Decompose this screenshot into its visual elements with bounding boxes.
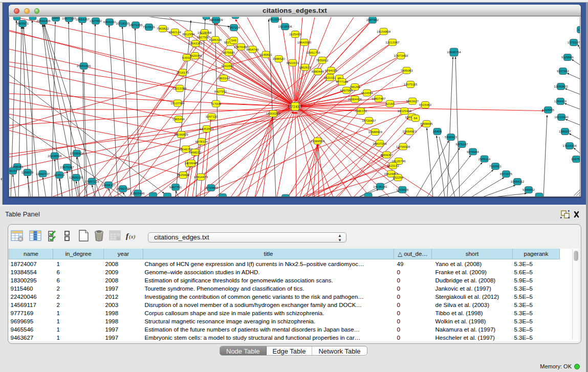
svg-text:1125419: 1125419	[289, 32, 301, 36]
svg-text:8471676: 8471676	[500, 172, 513, 176]
svg-text:13353594: 13353594	[200, 127, 214, 130]
svg-text:10719155: 10719155	[116, 21, 130, 25]
svg-text:16914479: 16914479	[194, 175, 208, 179]
svg-text:7357224: 7357224	[228, 26, 241, 29]
svg-text:1244419: 1244419	[554, 99, 567, 103]
svg-text:10807487: 10807487	[372, 97, 386, 100]
svg-text:746266: 746266	[350, 85, 360, 89]
svg-text:19756928: 19756928	[396, 145, 410, 148]
svg-text:546: 546	[231, 38, 237, 42]
svg-text:9327500: 9327500	[197, 35, 210, 39]
svg-text:6466160: 6466160	[103, 20, 116, 24]
svg-text:9129966: 9129966	[561, 55, 574, 59]
svg-text:2687682: 2687682	[366, 18, 379, 21]
svg-text:15716485: 15716485	[204, 186, 219, 189]
svg-text:3624554: 3624554	[361, 91, 374, 95]
svg-text:23975867: 23975867	[60, 165, 74, 169]
svg-text:16543362: 16543362	[188, 41, 203, 45]
svg-text:8186328: 8186328	[209, 38, 222, 41]
svg-text:9457791: 9457791	[169, 185, 182, 189]
svg-text:9474444: 9474444	[467, 150, 480, 154]
svg-text:1362615: 1362615	[299, 65, 312, 69]
svg-text:6794028: 6794028	[325, 69, 338, 72]
svg-text:19958107: 19958107	[101, 183, 116, 187]
svg-text:114519: 114519	[54, 173, 65, 177]
svg-text:19577197: 19577197	[62, 17, 76, 20]
svg-text:8427552: 8427552	[214, 90, 227, 93]
svg-text:10653267: 10653267	[75, 17, 90, 21]
svg-text:(x): (x)	[129, 233, 136, 240]
svg-text:7625402: 7625402	[177, 173, 190, 177]
svg-text:7386372: 7386372	[355, 109, 367, 113]
svg-text:12093822: 12093822	[554, 84, 568, 88]
svg-text:2718170: 2718170	[177, 71, 189, 74]
svg-text:10973493: 10973493	[394, 54, 408, 57]
svg-text:1112: 1112	[578, 28, 580, 31]
svg-text:16033809: 16033809	[209, 18, 223, 21]
svg-text:9242848: 9242848	[222, 64, 234, 68]
svg-text:9515463: 9515463	[419, 103, 432, 106]
svg-text:6899695: 6899695	[420, 122, 433, 125]
svg-text:7632621: 7632621	[489, 164, 502, 168]
svg-text:16671355: 16671355	[128, 23, 143, 27]
svg-text:1615132: 1615132	[387, 164, 400, 167]
svg-text:1588520: 1588520	[273, 57, 286, 60]
svg-text:7515526: 7515526	[143, 25, 156, 29]
svg-text:8660124: 8660124	[169, 30, 182, 34]
svg-text:17359924: 17359924	[70, 151, 84, 155]
svg-text:19654923: 19654923	[402, 129, 417, 133]
svg-text:62160: 62160	[385, 102, 395, 105]
svg-text:10654112: 10654112	[510, 180, 525, 183]
svg-text:8822031: 8822031	[287, 61, 299, 64]
svg-text:20691406: 20691406	[36, 19, 51, 23]
svg-text:8498222: 8498222	[189, 150, 202, 154]
svg-text:9084067: 9084067	[380, 153, 393, 157]
svg-text:12923446: 12923446	[130, 191, 145, 195]
svg-text:16409: 16409	[433, 129, 442, 133]
svg-text:9405571: 9405571	[16, 21, 29, 25]
svg-text:16782759: 16782759	[116, 187, 130, 190]
svg-text:1621022: 1621022	[324, 76, 337, 79]
svg-text:18807249: 18807249	[373, 142, 387, 145]
svg-text:10648764: 10648764	[447, 50, 461, 54]
svg-text:10961758: 10961758	[306, 51, 320, 54]
svg-text:20053346: 20053346	[77, 64, 91, 68]
svg-text:10025438: 10025438	[397, 109, 411, 113]
svg-text:12942737: 12942737	[36, 172, 50, 176]
svg-text:1575107: 1575107	[568, 40, 580, 44]
svg-text:15720407: 15720407	[362, 119, 376, 122]
svg-text:64: 64	[414, 116, 418, 120]
svg-text:16154808: 16154808	[377, 30, 391, 33]
svg-text:3675685: 3675685	[223, 51, 235, 54]
svg-text:7485063: 7485063	[401, 69, 413, 72]
svg-text:10688609: 10688609	[368, 130, 382, 134]
svg-text:7663822: 7663822	[157, 27, 169, 30]
svg-text:14136141: 14136141	[373, 185, 387, 188]
svg-text:8878334: 8878334	[195, 140, 208, 143]
svg-text:8912954: 8912954	[182, 32, 195, 36]
svg-text:9227342: 9227342	[557, 69, 570, 73]
svg-text:9245652: 9245652	[522, 188, 535, 191]
svg-text:20206506: 20206506	[48, 154, 62, 158]
svg-text:2935114: 2935114	[478, 157, 491, 161]
svg-text:3267110: 3267110	[206, 115, 218, 118]
svg-text:8813054: 8813054	[269, 17, 281, 21]
svg-text:1965496: 1965496	[172, 117, 185, 121]
svg-text:18724007: 18724007	[288, 105, 303, 108]
svg-text:12213369: 12213369	[172, 86, 187, 90]
svg-text:17957223: 17957223	[85, 180, 99, 183]
svg-text:2803144: 2803144	[217, 76, 230, 80]
svg-text:18640910: 18640910	[297, 40, 312, 44]
svg-text:12213967: 12213967	[385, 40, 400, 44]
svg-text:1569297: 1569297	[559, 129, 572, 133]
svg-text:19218506: 19218506	[278, 25, 292, 28]
svg-text:12975115: 12975115	[403, 82, 418, 86]
svg-text:20364436: 20364436	[348, 97, 362, 101]
svg-text:93991: 93991	[182, 56, 191, 59]
svg-text:39154: 39154	[9, 169, 17, 172]
svg-text:9777169: 9777169	[336, 80, 349, 83]
svg-text:12505135: 12505135	[69, 176, 83, 179]
svg-text:116753: 116753	[571, 157, 580, 161]
svg-text:1940: 1940	[52, 17, 59, 19]
svg-text:717006: 717006	[211, 102, 222, 105]
